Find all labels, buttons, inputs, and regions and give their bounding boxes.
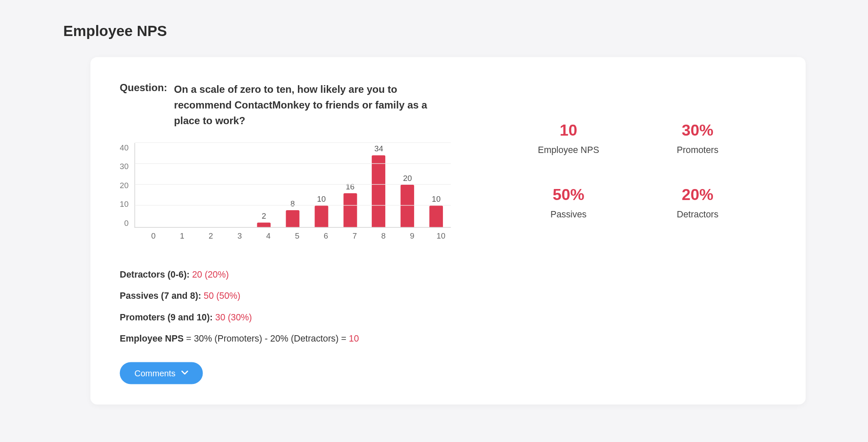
chart-x-tick: 0 xyxy=(139,231,168,240)
breakdown-passives: Passives (7 and 8): 50 (50%) xyxy=(120,291,776,301)
chart-x-axis: 012345678910 xyxy=(139,231,455,240)
chart-x-tick: 10 xyxy=(426,231,455,240)
chart-x-tick: 4 xyxy=(254,231,283,240)
chart-x-tick: 9 xyxy=(398,231,427,240)
comments-button-label: Comments xyxy=(134,368,175,378)
breakdown-detractors: Detractors (0-6): 20 (20%) xyxy=(120,269,776,279)
stat-value: 50% xyxy=(538,186,599,204)
formula-text: = 30% (Promoters) - 20% (Detractors) = xyxy=(184,334,349,343)
stat-label: Promoters xyxy=(667,145,729,156)
chart-y-tick: 20 xyxy=(120,181,129,189)
chart-bar: 2 xyxy=(257,223,271,227)
chart-y-tick: 10 xyxy=(120,200,129,208)
stat-value: 20% xyxy=(667,186,729,204)
nps-bar-chart: 403020100 281016342010 xyxy=(120,143,459,228)
question: Question: On a scale of zero to ten, how… xyxy=(120,82,459,129)
question-text: On a scale of zero to ten, how likely ar… xyxy=(174,82,434,129)
stat-promoters: 30% Promoters xyxy=(667,122,729,156)
comments-button[interactable]: Comments xyxy=(120,362,203,384)
chart-bar: 34 xyxy=(372,156,386,227)
chart-bar-label: 10 xyxy=(314,195,328,203)
chart-bar-label: 20 xyxy=(401,173,414,182)
chart-x-tick: 3 xyxy=(225,231,254,240)
breakdown-value: 50 (50%) xyxy=(204,291,241,300)
stat-passives: 50% Passives xyxy=(538,186,599,220)
chart-x-tick: 7 xyxy=(340,231,369,240)
stat-label: Employee NPS xyxy=(538,145,599,156)
chart-bar-label: 10 xyxy=(429,195,443,203)
question-label: Question: xyxy=(120,82,167,129)
chart-y-axis: 403020100 xyxy=(120,143,134,228)
page-title: Employee NPS xyxy=(0,0,868,40)
breakdown-value: 20 (20%) xyxy=(192,269,229,279)
chart-bar: 10 xyxy=(314,206,328,227)
breakdown-label: Detractors (0-6): xyxy=(120,269,192,279)
chart-y-tick: 0 xyxy=(120,218,129,227)
chart-bar: 16 xyxy=(343,193,357,227)
chart-plot-area: 281016342010 xyxy=(134,143,451,228)
breakdown-label: Passives (7 and 8): xyxy=(120,291,204,300)
chart-x-tick: 2 xyxy=(197,231,225,240)
chart-bar-label: 8 xyxy=(286,199,300,208)
chart-bar-label: 34 xyxy=(372,144,386,153)
stats-grid: 10 Employee NPS 30% Promoters 50% Passiv… xyxy=(538,122,728,220)
chart-bar: 10 xyxy=(429,206,443,227)
chart-x-tick: 8 xyxy=(369,231,398,240)
chart-bar-label: 16 xyxy=(343,182,357,191)
chart-x-tick: 6 xyxy=(312,231,340,240)
chevron-down-icon xyxy=(181,371,188,375)
chart-y-tick: 30 xyxy=(120,161,129,170)
nps-breakdown: Detractors (0-6): 20 (20%) Passives (7 a… xyxy=(120,269,776,344)
stat-detractors: 20% Detractors xyxy=(667,186,729,220)
breakdown-promoters: Promoters (9 and 10): 30 (30%) xyxy=(120,312,776,322)
breakdown-value: 30 (30%) xyxy=(215,312,252,322)
nps-card: Question: On a scale of zero to ten, how… xyxy=(90,57,806,404)
stat-value: 30% xyxy=(667,122,729,140)
formula-label: Employee NPS xyxy=(120,334,184,343)
breakdown-label: Promoters (9 and 10): xyxy=(120,312,215,322)
stat-label: Detractors xyxy=(667,210,729,220)
stat-value: 10 xyxy=(538,122,599,140)
stat-nps: 10 Employee NPS xyxy=(538,122,599,156)
chart-x-tick: 1 xyxy=(168,231,197,240)
formula-result: 10 xyxy=(349,334,359,343)
breakdown-formula: Employee NPS = 30% (Promoters) - 20% (De… xyxy=(120,334,776,344)
stat-label: Passives xyxy=(538,210,599,220)
chart-x-tick: 5 xyxy=(283,231,312,240)
chart-bar-label: 2 xyxy=(257,211,271,220)
chart-y-tick: 40 xyxy=(120,143,129,152)
chart-bar: 8 xyxy=(286,210,300,227)
